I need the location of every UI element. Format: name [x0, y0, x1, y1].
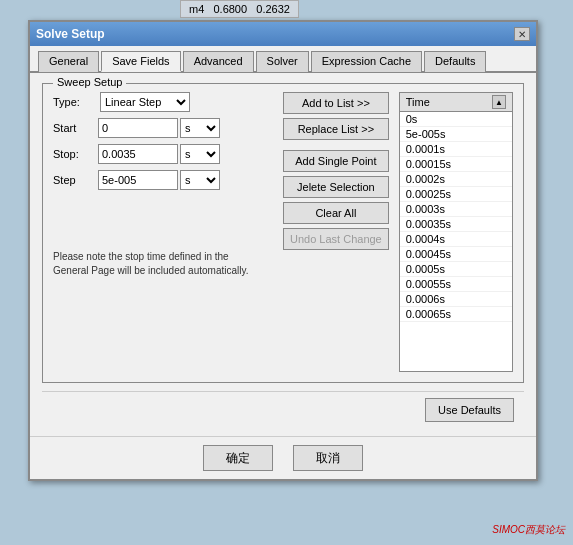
left-panel: Type: Linear Step Start s — [53, 92, 273, 372]
time-list-item[interactable]: 0.0002s — [400, 172, 512, 187]
step-label: Step — [53, 174, 98, 186]
top-bar-hint: m4 0.6800 0.2632 — [180, 0, 299, 18]
type-label: Type: — [53, 96, 98, 108]
clear-all-button[interactable]: Clear All — [283, 202, 389, 224]
cell-label: m4 — [189, 3, 204, 15]
time-list-item[interactable]: 0.00055s — [400, 277, 512, 292]
time-list-item[interactable]: 0.00015s — [400, 157, 512, 172]
right-panel: Time ▲ 0s5e-005s0.0001s0.00015s0.0002s0.… — [399, 92, 513, 372]
undo-button[interactable]: Undo Last Change — [283, 228, 389, 250]
use-defaults-button[interactable]: Use Defaults — [425, 398, 514, 422]
val2: 0.2632 — [256, 3, 290, 15]
time-list-item[interactable]: 0.0005s — [400, 262, 512, 277]
type-row: Type: Linear Step — [53, 92, 273, 112]
time-list-body[interactable]: 0s5e-005s0.0001s0.00015s0.0002s0.00025s0… — [400, 112, 512, 371]
tab-save-fields[interactable]: Save Fields — [101, 51, 180, 72]
time-column-header: Time — [406, 96, 430, 108]
dialog-content: Sweep Setup Type: Linear Step Start — [30, 73, 536, 436]
start-unit-select[interactable]: s — [180, 118, 220, 138]
delete-selection-button[interactable]: Jelete Selection — [283, 176, 389, 198]
scroll-up-arrow[interactable]: ▲ — [492, 95, 506, 109]
step-unit-select[interactable]: s — [180, 170, 220, 190]
stop-row: Stop: s — [53, 144, 273, 164]
tab-expression-cache[interactable]: Expression Cache — [311, 51, 422, 72]
time-list-header: Time ▲ — [400, 93, 512, 112]
center-panel: Add to List >> Replace List >> Add Singl… — [283, 92, 389, 372]
dialog-title: Solve Setup — [36, 27, 105, 41]
solve-setup-dialog: Solve Setup ✕ General Save Fields Advanc… — [28, 20, 538, 481]
start-row: Start s — [53, 118, 273, 138]
replace-list-button[interactable]: Replace List >> — [283, 118, 389, 140]
dialog-titlebar: Solve Setup ✕ — [30, 22, 536, 46]
note-text: Please note the stop time defined in the… — [53, 250, 253, 278]
step-row: Step s — [53, 170, 273, 190]
add-single-point-button[interactable]: Add Single Point — [283, 150, 389, 172]
tab-bar: General Save Fields Advanced Solver Expr… — [30, 46, 536, 73]
ok-button[interactable]: 确定 — [203, 445, 273, 471]
tab-defaults[interactable]: Defaults — [424, 51, 486, 72]
time-list-item[interactable]: 0.0003s — [400, 202, 512, 217]
start-label: Start — [53, 122, 98, 134]
time-list-item[interactable]: 0.0001s — [400, 142, 512, 157]
main-area: Type: Linear Step Start s — [53, 92, 513, 372]
time-list-item[interactable]: 0s — [400, 112, 512, 127]
sweep-group-label: Sweep Setup — [53, 76, 126, 88]
sweep-group: Sweep Setup Type: Linear Step Start — [42, 83, 524, 383]
val1: 0.6800 — [213, 3, 247, 15]
tab-advanced[interactable]: Advanced — [183, 51, 254, 72]
watermark: SIMOC西莫论坛 — [492, 523, 565, 537]
time-list-item[interactable]: 0.00025s — [400, 187, 512, 202]
step-input[interactable] — [98, 170, 178, 190]
time-list-item[interactable]: 0.00045s — [400, 247, 512, 262]
time-list-item[interactable]: 0.00035s — [400, 217, 512, 232]
time-list: Time ▲ 0s5e-005s0.0001s0.00015s0.0002s0.… — [399, 92, 513, 372]
type-select[interactable]: Linear Step — [100, 92, 190, 112]
cancel-button[interactable]: 取消 — [293, 445, 363, 471]
close-button[interactable]: ✕ — [514, 27, 530, 41]
tab-solver[interactable]: Solver — [256, 51, 309, 72]
stop-input[interactable] — [98, 144, 178, 164]
time-list-item[interactable]: 0.00065s — [400, 307, 512, 322]
time-list-item[interactable]: 0.0004s — [400, 232, 512, 247]
stop-unit-select[interactable]: s — [180, 144, 220, 164]
tab-general[interactable]: General — [38, 51, 99, 72]
add-to-list-button[interactable]: Add to List >> — [283, 92, 389, 114]
start-input[interactable] — [98, 118, 178, 138]
bottom-bar: Use Defaults — [42, 391, 524, 426]
stop-label: Stop: — [53, 148, 98, 160]
time-list-item[interactable]: 5e-005s — [400, 127, 512, 142]
time-list-item[interactable]: 0.0006s — [400, 292, 512, 307]
dialog-footer: 确定 取消 — [30, 436, 536, 479]
